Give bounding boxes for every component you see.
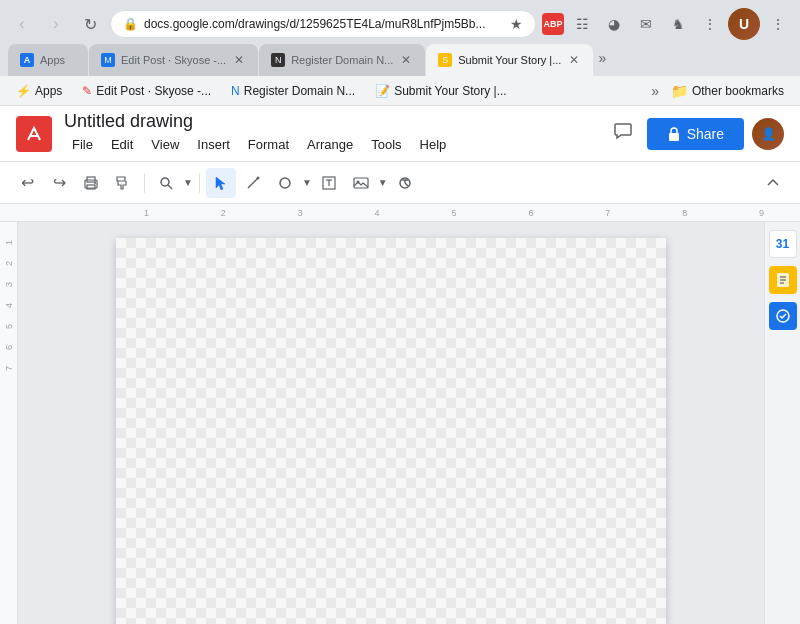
address-bar[interactable]: 🔒 docs.google.com/drawings/d/1259625TE4L…	[110, 10, 536, 38]
folder-icon: 📁	[671, 83, 688, 99]
app-title-section: Untitled drawing File Edit View Insert F…	[64, 111, 595, 156]
menu-arrange[interactable]: Arrange	[299, 133, 361, 156]
user-profile-avatar[interactable]: 👤	[752, 118, 784, 150]
menu-insert[interactable]: Insert	[189, 133, 238, 156]
lock-icon: 🔒	[123, 17, 138, 31]
line-tool-icon	[245, 175, 261, 191]
drawings-logo-icon	[24, 124, 44, 144]
svg-point-6	[94, 182, 96, 184]
select-tool-button[interactable]	[206, 168, 236, 198]
tab-close-register[interactable]: ✕	[399, 51, 413, 69]
tabs-overflow-button[interactable]: »	[594, 46, 610, 70]
lock-share-icon	[667, 127, 681, 141]
paint-format-button[interactable]	[108, 168, 138, 198]
menu-edit[interactable]: Edit	[103, 133, 141, 156]
bookmark-submit[interactable]: 📝 Submit Your Story |...	[367, 82, 515, 100]
image-tool-button[interactable]	[346, 168, 376, 198]
chrome-menu-button[interactable]: ⋮	[764, 10, 792, 38]
ruler-horizontal: 1 2 3 4 5 6 7 8 9	[0, 204, 800, 222]
ruler-marks: 1 2 3 4 5 6 7 8 9	[108, 208, 800, 218]
svg-line-9	[248, 178, 258, 188]
tab-apps[interactable]: A Apps	[8, 44, 88, 76]
menu-file[interactable]: File	[64, 133, 101, 156]
shape-tool-button[interactable]	[270, 168, 300, 198]
bookmark-apps-icon: ⚡	[16, 84, 31, 98]
google-keep-icon[interactable]	[769, 266, 797, 294]
tab-submit[interactable]: S Submit Your Story |... ✕	[426, 44, 593, 76]
ruler-mark-8: 8	[646, 208, 723, 218]
url-text: docs.google.com/drawings/d/1259625TE4La/…	[144, 17, 504, 31]
ext-menu-icon[interactable]: ☷	[568, 10, 596, 38]
text-tool-button[interactable]	[314, 168, 344, 198]
adblock-icon[interactable]: ABP	[542, 13, 564, 35]
zoom-control[interactable]: ▼	[151, 168, 193, 198]
forward-button[interactable]: ›	[42, 10, 70, 38]
ruler-mark-6: 6	[492, 208, 569, 218]
toolbar-collapse-button[interactable]	[758, 168, 788, 198]
drawing-canvas[interactable]: gréovyPost.com™	[116, 238, 666, 624]
bookmark-other-folder[interactable]: 📁 Other bookmarks	[663, 81, 792, 101]
menu-tools[interactable]: Tools	[363, 133, 409, 156]
bookmark-editpost-label: Edit Post · Skyose -...	[96, 84, 211, 98]
svg-line-8	[168, 185, 172, 189]
tab-close-submit[interactable]: ✕	[567, 51, 581, 69]
more-tools-icon	[397, 175, 413, 191]
tab-favicon-submit: S	[438, 53, 452, 67]
bookmark-apps[interactable]: ⚡ Apps	[8, 82, 70, 100]
ext-grid-icon[interactable]: ⋮	[696, 10, 724, 38]
print-button[interactable]	[76, 168, 106, 198]
svg-point-7	[161, 178, 169, 186]
ruler-mark-v6: 6	[4, 345, 14, 350]
toolbar-sep-2	[199, 173, 200, 193]
shape-dropdown-arrow: ▼	[302, 177, 312, 188]
comment-icon	[613, 121, 633, 141]
tab-label-apps: Apps	[40, 54, 65, 66]
bookmarks-overflow-button[interactable]: »	[651, 83, 659, 99]
tab-favicon-apps: A	[20, 53, 34, 67]
ruler-mark-v4: 4	[4, 303, 14, 308]
bookmark-register[interactable]: N Register Domain N...	[223, 82, 363, 100]
google-tasks-icon[interactable]	[769, 302, 797, 330]
ruler-mark-4: 4	[339, 208, 416, 218]
svg-rect-2	[669, 133, 679, 141]
ext-mail-icon[interactable]: ✉	[632, 10, 660, 38]
ext-puzzle-icon[interactable]: ♞	[664, 10, 692, 38]
line-tool-button[interactable]	[238, 168, 268, 198]
bookmark-editpost-icon: ✎	[82, 84, 92, 98]
tab-edit-post[interactable]: M Edit Post · Skyose -... ✕	[89, 44, 258, 76]
undo-button[interactable]: ↩	[12, 168, 42, 198]
share-button[interactable]: Share	[647, 118, 744, 150]
app-title[interactable]: Untitled drawing	[64, 111, 595, 133]
google-calendar-icon[interactable]: 31	[769, 230, 797, 258]
text-tool-icon	[321, 175, 337, 191]
reload-button[interactable]: ↻	[76, 10, 104, 38]
zoom-icon-button[interactable]	[151, 168, 181, 198]
redo-button[interactable]: ↪	[44, 168, 74, 198]
share-label: Share	[687, 126, 724, 142]
ruler-vertical: 1 2 3 4 5 6 7	[0, 222, 18, 624]
canvas-wrapper[interactable]: gréovyPost.com™	[18, 222, 764, 624]
back-button[interactable]: ‹	[8, 10, 36, 38]
shape-tool-icon	[277, 175, 293, 191]
tab-register[interactable]: N Register Domain N... ✕	[259, 44, 425, 76]
menu-help[interactable]: Help	[412, 133, 455, 156]
bookmark-editpost[interactable]: ✎ Edit Post · Skyose -...	[74, 82, 219, 100]
image-tool-icon	[353, 175, 369, 191]
menu-view[interactable]: View	[143, 133, 187, 156]
tab-close-edit[interactable]: ✕	[232, 51, 246, 69]
menu-format[interactable]: Format	[240, 133, 297, 156]
app-menu: File Edit View Insert Format Arrange Too…	[64, 133, 595, 156]
ruler-mark-v1: 1	[4, 240, 14, 245]
ext-chat-icon[interactable]: ◕	[600, 10, 628, 38]
bookmark-submit-icon: 📝	[375, 84, 390, 98]
comments-button[interactable]	[607, 115, 639, 152]
app-logo	[16, 116, 52, 152]
app-container: Untitled drawing File Edit View Insert F…	[0, 106, 800, 624]
more-tools-button[interactable]	[390, 168, 420, 198]
toolbar: ↩ ↪ ▼	[0, 162, 800, 204]
shape-tool[interactable]: ▼	[270, 168, 312, 198]
image-tool[interactable]: ▼	[346, 168, 388, 198]
tab-label-edit: Edit Post · Skyose -...	[121, 54, 226, 66]
user-avatar[interactable]: U	[728, 8, 760, 40]
star-icon[interactable]: ★	[510, 16, 523, 32]
